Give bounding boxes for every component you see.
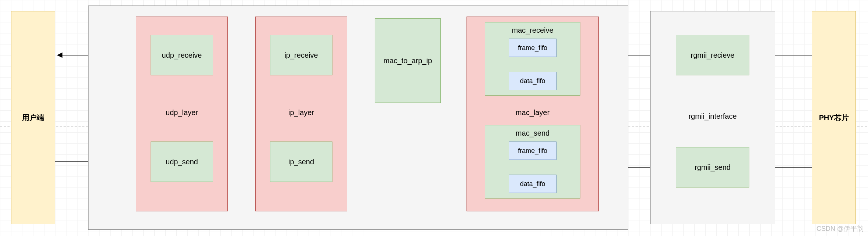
ip-send: ip_send bbox=[270, 142, 332, 182]
rgmii-send-label: rgmii_send bbox=[695, 163, 731, 172]
mac-to-arp-ip: mac_to_arp_ip bbox=[375, 18, 441, 103]
udp-receive-label: udp_receive bbox=[162, 51, 202, 60]
mac-to-arp-ip-label: mac_to_arp_ip bbox=[383, 57, 432, 65]
phy-chip: PHY芯片 bbox=[812, 11, 856, 224]
ip-layer-title: ip_layer bbox=[255, 108, 347, 117]
udp-send: udp_send bbox=[151, 142, 213, 182]
rgmii-receive: rgmii_recieve bbox=[676, 35, 749, 75]
phy-chip-label: PHY芯片 bbox=[819, 113, 849, 123]
udp-layer-title: udp_layer bbox=[136, 108, 228, 117]
ip-receive: ip_receive bbox=[270, 35, 332, 75]
watermark: CSDN @伊平韵 bbox=[817, 224, 864, 233]
mac-receive-title: mac_receive bbox=[512, 26, 553, 35]
user-endpoint: 用户端 bbox=[11, 11, 55, 224]
rgmii-send: rgmii_send bbox=[676, 147, 749, 187]
ip-send-label: ip_send bbox=[288, 158, 314, 166]
mac-receive-data-fifo: data_fifo bbox=[509, 72, 557, 90]
mac-receive-frame-fifo: frame_fifo bbox=[509, 39, 557, 57]
user-endpoint-label: 用户端 bbox=[22, 113, 44, 123]
mac-send-data-fifo: data_fifo bbox=[509, 175, 557, 193]
rgmii-receive-label: rgmii_recieve bbox=[691, 51, 735, 60]
udp-send-label: udp_send bbox=[166, 158, 198, 166]
mac-layer-title: mac_layer bbox=[467, 108, 599, 117]
udp-receive: udp_receive bbox=[151, 35, 213, 75]
rgmii-interface-title: rgmii_interface bbox=[650, 112, 775, 121]
mac-send-frame-fifo: frame_fifo bbox=[509, 142, 557, 160]
ip-receive-label: ip_receive bbox=[284, 51, 318, 60]
mac-send-title: mac_send bbox=[516, 129, 550, 137]
